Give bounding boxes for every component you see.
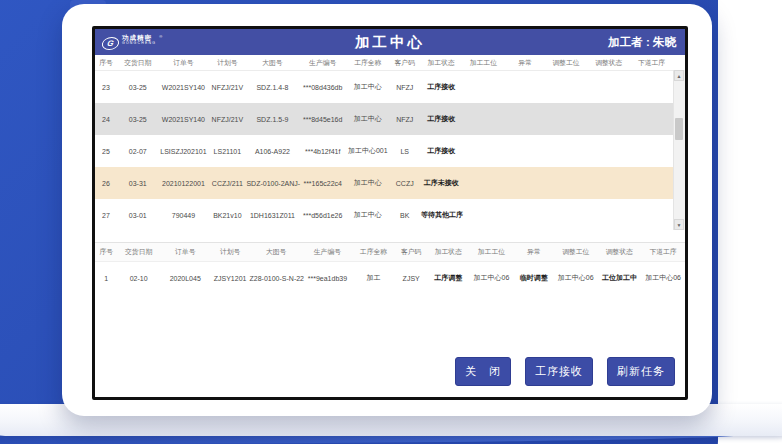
column-header: 计划号 xyxy=(208,58,246,68)
cell-production-no: ***4b12f41f xyxy=(298,148,347,155)
cell-process-name: 加工中心 xyxy=(347,178,389,188)
pending-tasks-table: 序号交货日期订单号计划号大图号生产编号工序全称客户码加工状态加工工位异常调整工位… xyxy=(95,55,685,230)
cell-order-no: 2020L045 xyxy=(160,275,211,282)
column-header: 调整状态 xyxy=(598,247,642,257)
column-header: 交货日期 xyxy=(117,247,159,257)
cell-seq: 27 xyxy=(95,212,117,219)
cell-order-no: W2021SY140 xyxy=(159,116,209,123)
table-row[interactable]: 26 03-31 20210122001 CCZJ/211 SDZ-0100-2… xyxy=(95,167,685,199)
column-header: 生产编号 xyxy=(303,247,353,257)
cell-production-no: ***08d436db xyxy=(298,84,347,91)
cell-process-name: 加工中心 xyxy=(347,82,389,92)
cell-drawing-no: Z28-0100-S-N-22 xyxy=(250,275,303,282)
cell-production-no: ***9ea1db39 xyxy=(303,275,353,282)
column-header: 客户码 xyxy=(389,58,421,68)
cell-delivery-date: 03-25 xyxy=(117,116,159,123)
cell-process-status: 工序接收 xyxy=(421,146,461,156)
cell-order-no: 20210122001 xyxy=(159,180,209,187)
cell-delivery-date: 03-31 xyxy=(117,180,159,187)
cell-delivery-date: 03-25 xyxy=(117,84,159,91)
cell-plan-no: BK21v10 xyxy=(208,212,246,219)
cell-customer-code: BK xyxy=(389,212,421,219)
cell-process-status: 工序接收 xyxy=(421,114,461,124)
column-header: 大图号 xyxy=(246,58,298,68)
column-header: 计划号 xyxy=(211,247,250,257)
column-header: 客户码 xyxy=(395,247,428,257)
cell-process-status: 等待其他工序 xyxy=(421,210,461,220)
table-divider-gap xyxy=(95,230,685,242)
cell-station: 加工中心06 xyxy=(469,273,514,283)
operator-label: 加工者 : 朱晓 xyxy=(608,35,676,50)
table-row[interactable]: 27 03-01 790449 BK21v10 1DH1631Z011 ***d… xyxy=(95,199,685,231)
cell-customer-code: LS xyxy=(389,148,421,155)
receive-process-button[interactable]: 工序接收 xyxy=(525,357,593,386)
cell-plan-no: LS21101 xyxy=(208,148,246,155)
cell-seq: 26 xyxy=(95,180,117,187)
column-header: 调整状态 xyxy=(587,58,630,68)
cell-drawing-no: SDZ.1.4-8 xyxy=(246,84,298,91)
cell-plan-no: NFZJ/21V xyxy=(208,84,246,91)
cell-customer-code: NFZJ xyxy=(389,116,421,123)
cell-production-no: ***d56d1e26 xyxy=(298,212,347,219)
cell-adjust-station: 加工中心06 xyxy=(554,273,598,283)
column-header: 加工工位 xyxy=(469,247,514,257)
close-button[interactable]: 关 闭 xyxy=(455,357,511,386)
current-table-body: 1 02-10 2020L045 ZJSY1201 Z28-0100-S-N-2… xyxy=(95,262,685,294)
laptop-frame: 加工中心 G 功成精密 GONGCHENG ® 加工者 : 朱晓 序号交货日期订… xyxy=(62,4,712,416)
cell-process-name: 加工中心 xyxy=(347,210,389,220)
cell-process-status: 工序接收 xyxy=(421,82,461,92)
app-header-bar: 加工中心 G 功成精密 GONGCHENG ® 加工者 : 朱晓 xyxy=(95,29,685,55)
cell-plan-no: CCZJ/211 xyxy=(208,180,246,187)
cell-next-process: 加工中心06 xyxy=(641,273,685,283)
cell-process-name: 加工中心 xyxy=(347,114,389,124)
cell-customer-code: NFZJ xyxy=(389,84,421,91)
table-row[interactable]: 23 03-25 W2021SY140 NFZJ/21V SDZ.1.4-8 *… xyxy=(95,71,685,103)
column-header: 调整工位 xyxy=(545,58,588,68)
cell-order-no: LSISZJ202101 xyxy=(159,148,209,155)
column-header: 异常 xyxy=(514,247,554,257)
column-header: 序号 xyxy=(95,247,117,257)
column-header: 工序全称 xyxy=(352,247,394,257)
table-row[interactable]: 24 03-25 W2021SY140 NFZJ/21V SDZ.1.5-9 *… xyxy=(95,103,685,135)
cell-delivery-date: 02-07 xyxy=(117,148,159,155)
column-header: 调整工位 xyxy=(554,247,598,257)
table-row[interactable]: 1 02-10 2020L045 ZJSY1201 Z28-0100-S-N-2… xyxy=(95,262,685,294)
column-header: 下道工序 xyxy=(641,247,685,257)
scrollbar-down-icon[interactable]: ▼ xyxy=(674,219,684,230)
table-row[interactable]: 25 02-07 LSISZJ202101 LS21101 A106-A922 … xyxy=(95,135,685,167)
cell-process-status: 工序未接收 xyxy=(421,178,461,188)
cell-drawing-no: SDZ-0100-2ANJ- xyxy=(246,180,298,187)
cell-customer-code: ZJSY xyxy=(395,275,428,282)
cell-seq: 1 xyxy=(95,275,117,282)
empty-content-area xyxy=(95,294,685,351)
column-header: 大图号 xyxy=(250,247,303,257)
pending-table-body: 23 03-25 W2021SY140 NFZJ/21V SDZ.1.4-8 *… xyxy=(95,71,685,231)
cell-seq: 24 xyxy=(95,116,117,123)
scrollbar-thumb[interactable] xyxy=(675,118,683,140)
cell-process-status: 工序调整 xyxy=(428,273,469,283)
cell-production-no: ***165c22c4 xyxy=(298,180,347,187)
cell-abnormal: 临时调整 xyxy=(514,273,554,283)
scrollbar-up-icon[interactable]: ▲ xyxy=(674,70,684,81)
page-title: 加工中心 xyxy=(95,33,685,52)
vertical-scrollbar[interactable]: ▲ ▼ xyxy=(673,70,685,230)
refresh-tasks-button[interactable]: 刷新任务 xyxy=(607,357,675,386)
current-task-table: 序号交货日期订单号计划号大图号生产编号工序全称客户码加工状态加工工位异常调整工位… xyxy=(95,242,685,294)
column-header: 异常 xyxy=(505,58,544,68)
cell-adjust-status: 工位加工中 xyxy=(598,273,642,283)
app-window: 加工中心 G 功成精密 GONGCHENG ® 加工者 : 朱晓 序号交货日期订… xyxy=(92,26,688,400)
cell-delivery-date: 03-01 xyxy=(117,212,159,219)
action-button-bar: 关 闭 工序接收 刷新任务 xyxy=(95,351,685,397)
cell-production-no: ***8d45e16d xyxy=(298,116,347,123)
cell-process-name: 加工中心001 xyxy=(347,146,389,156)
cell-drawing-no: 1DH1631Z011 xyxy=(246,212,298,219)
column-header: 加工状态 xyxy=(421,58,461,68)
cell-process-name: 加工 xyxy=(352,273,394,283)
column-header: 订单号 xyxy=(160,247,211,257)
cell-plan-no: ZJSY1201 xyxy=(211,275,250,282)
cell-order-no: 790449 xyxy=(159,212,209,219)
column-header: 加工工位 xyxy=(461,58,505,68)
cell-drawing-no: SDZ.1.5-9 xyxy=(246,116,298,123)
current-table-header-row: 序号交货日期订单号计划号大图号生产编号工序全称客户码加工状态加工工位异常调整工位… xyxy=(95,242,685,262)
desktop-background: 加工中心 G 功成精密 GONGCHENG ® 加工者 : 朱晓 序号交货日期订… xyxy=(0,0,782,444)
